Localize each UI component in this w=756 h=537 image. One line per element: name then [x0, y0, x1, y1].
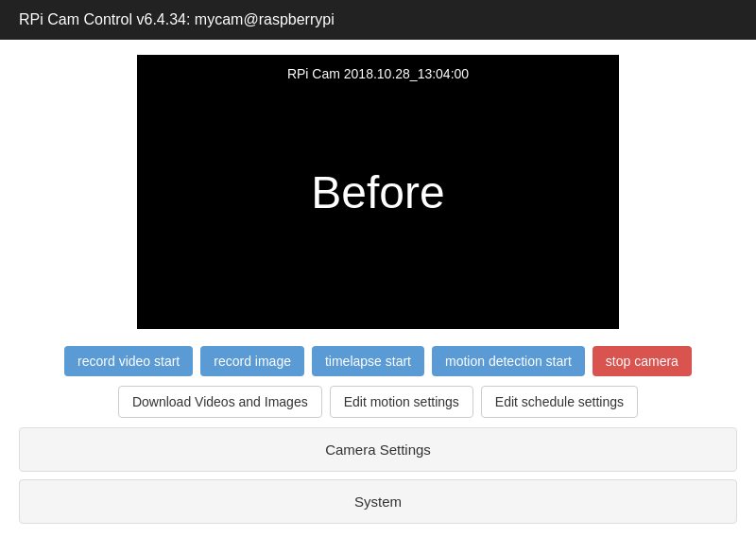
system-section[interactable]: System	[19, 479, 737, 524]
record-image-button[interactable]: record image	[200, 346, 304, 376]
camera-settings-section[interactable]: Camera Settings	[19, 427, 737, 472]
download-videos-images-button[interactable]: Download Videos and Images	[118, 386, 322, 418]
record-video-start-button[interactable]: record video start	[64, 346, 193, 376]
edit-motion-settings-button[interactable]: Edit motion settings	[330, 386, 473, 418]
camera-preview-text: Before	[311, 166, 444, 218]
system-label: System	[354, 494, 402, 510]
secondary-button-row: Download Videos and Images Edit motion s…	[118, 386, 638, 418]
primary-button-row: record video start record image timelaps…	[64, 346, 692, 376]
camera-settings-label: Camera Settings	[325, 442, 431, 458]
timelapse-start-button[interactable]: timelapse start	[312, 346, 424, 376]
main-content: RPi Cam 2018.10.28_13:04:00 Before recor…	[0, 40, 756, 533]
app-header: RPi Cam Control v6.4.34: mycam@raspberry…	[0, 0, 756, 40]
motion-detection-start-button[interactable]: motion detection start	[432, 346, 585, 376]
camera-timestamp: RPi Cam 2018.10.28_13:04:00	[287, 66, 469, 81]
stop-camera-button[interactable]: stop camera	[593, 346, 692, 376]
camera-feed: RPi Cam 2018.10.28_13:04:00 Before	[137, 55, 619, 329]
edit-schedule-settings-button[interactable]: Edit schedule settings	[481, 386, 638, 418]
app-title: RPi Cam Control v6.4.34: mycam@raspberry…	[19, 11, 335, 28]
